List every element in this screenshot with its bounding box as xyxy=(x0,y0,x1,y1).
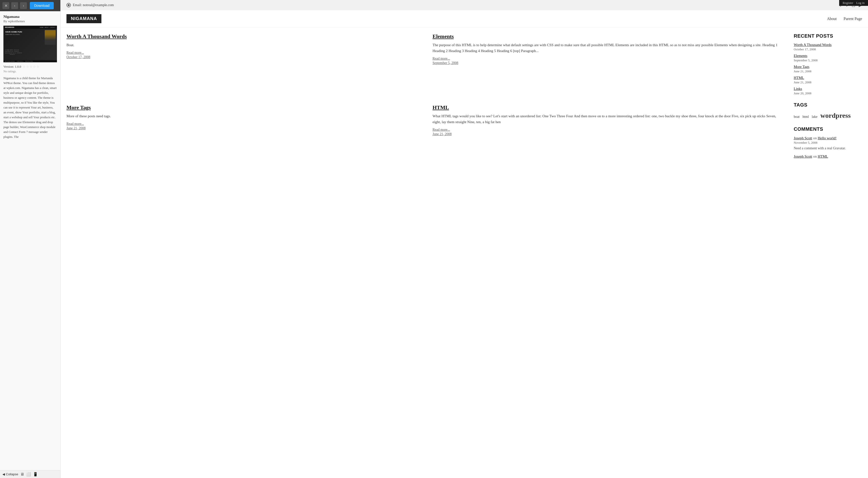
comment-author-link[interactable]: Joseph Scott xyxy=(794,136,812,140)
tag-boat[interactable]: boat xyxy=(794,115,800,119)
tags-section: TAGS boat html lake wordpress xyxy=(794,102,862,120)
comment-post-link[interactable]: Hello world! xyxy=(818,136,836,140)
read-more-link[interactable]: Read more... xyxy=(433,57,784,61)
tablet-icon[interactable]: ⬜ xyxy=(26,472,31,477)
comment-post-link[interactable]: HTML xyxy=(818,154,828,158)
email-notice: Email: notreal@example.com xyxy=(73,3,114,7)
top-notice: Email: notreal@example.com 𝔽 ♪ ◻ ▶ xyxy=(61,0,868,10)
recent-post-item: Worth A Thousand Words October 17, 2008 xyxy=(794,43,862,51)
site-logo: NIGAMANA xyxy=(66,14,101,23)
tag-wordpress[interactable]: wordpress xyxy=(820,112,851,120)
radio-indicator xyxy=(66,3,71,7)
login-link[interactable]: Log in xyxy=(856,1,865,5)
post-title[interactable]: HTML xyxy=(433,104,784,111)
preview-row: Polce ultnoles nunc 2024.06.11 xyxy=(5,51,22,52)
post-card: Worth A Thousand Words Boat. Read more..… xyxy=(66,33,418,95)
panel-toolbar: ✕ ‹ › Download xyxy=(0,0,60,11)
post-date[interactable]: October 17, 2008 xyxy=(66,55,418,59)
bottom-bar: ◀ Collapse 🖥 ⬜ 📱 xyxy=(0,470,60,478)
star-5[interactable]: ☆ xyxy=(36,65,39,69)
collapse-label: Collapse xyxy=(6,472,18,476)
version-text: Version: 1.0.0 xyxy=(3,65,21,69)
recent-posts-title: RECENT POSTS xyxy=(794,33,862,39)
register-link[interactable]: Register xyxy=(843,1,853,5)
post-date[interactable]: September 5, 2008 xyxy=(433,61,784,65)
recent-post-date: June 21, 2008 xyxy=(794,81,862,84)
recent-post-date: September 5, 2008 xyxy=(794,58,862,62)
read-more-link[interactable]: Read more... xyxy=(66,51,418,55)
nav-about[interactable]: About xyxy=(827,17,837,21)
sidebar: RECENT POSTS Worth A Thousand Words Octo… xyxy=(794,33,862,165)
comment-on: on xyxy=(813,136,818,140)
theme-name: Nigamana xyxy=(3,15,57,19)
recent-post-link[interactable]: HTML xyxy=(794,76,862,80)
main-content: Email: notreal@example.com 𝔽 ♪ ◻ ▶ NIGAM… xyxy=(61,0,868,478)
recent-posts-section: RECENT POSTS Worth A Thousand Words Octo… xyxy=(794,33,862,95)
preview-nav-item: CONTACT xyxy=(50,27,56,28)
tags-container: boat html lake wordpress xyxy=(794,112,862,120)
post-date[interactable]: June 21, 2008 xyxy=(433,132,784,136)
post-card: HTML What HTML tags would you like to se… xyxy=(433,104,784,166)
post-title[interactable]: More Tags xyxy=(66,104,418,111)
preview-bottom-item: NEW SOLUTION xyxy=(25,61,33,62)
star-4[interactable]: ☆ xyxy=(33,65,36,69)
version-row: Version: 1.0.0 ☆ ☆ ☆ ☆ ☆ xyxy=(3,65,57,69)
tag-lake[interactable]: lake xyxy=(812,115,817,119)
site-header: Email: notreal@example.com 𝔽 ♪ ◻ ▶ NIGAM… xyxy=(61,0,868,27)
preview-logo: NIGAMANA xyxy=(5,26,14,28)
recent-post-date: June 21, 2008 xyxy=(794,69,862,73)
recent-post-link[interactable]: Worth A Thousand Words xyxy=(794,43,862,47)
comment-item: Joseph Scott on HTML xyxy=(794,154,862,159)
comments-title: COMMENTS xyxy=(794,126,862,132)
posts-grid: Worth A Thousand Words Boat. Read more..… xyxy=(66,33,784,165)
close-button[interactable]: ✕ xyxy=(2,2,9,9)
comment-date: November 5, 2008 xyxy=(794,141,862,145)
preview-bottom-item: SOME SKILLS xyxy=(17,61,23,62)
nav-parent-page[interactable]: Parent Page xyxy=(843,17,862,21)
preview-person xyxy=(45,30,56,45)
recent-post-date: June 20, 2008 xyxy=(794,91,862,95)
left-panel: ✕ ‹ › Download Nigamana By wpkoithemes N… xyxy=(0,0,61,478)
comments-section: COMMENTS Joseph Scott on Hello world! No… xyxy=(794,126,862,159)
forward-button[interactable]: › xyxy=(20,2,27,9)
star-2[interactable]: ☆ xyxy=(26,65,29,69)
desktop-icon[interactable]: 🖥 xyxy=(20,472,24,477)
site-nav-links: About Parent Page xyxy=(827,17,862,21)
preview-nav-item: ABOUT xyxy=(44,27,49,28)
panel-content: Nigamana By wpkoithemes NIGAMANA HOME AB… xyxy=(0,11,60,470)
theme-preview: NIGAMANA HOME ABOUT CONTACT HAVE SOME FU… xyxy=(3,26,57,62)
comment-item: Joseph Scott on Hello world! November 5,… xyxy=(794,136,862,151)
recent-post-link[interactable]: Elements xyxy=(794,54,862,58)
comment-author-link[interactable]: Joseph Scott xyxy=(794,154,812,158)
content-area: Worth A Thousand Words Boat. Read more..… xyxy=(61,27,868,171)
collapse-button[interactable]: ◀ Collapse xyxy=(2,472,18,476)
star-rating[interactable]: ☆ ☆ ☆ ☆ ☆ xyxy=(23,65,39,69)
post-card: More Tags More of these posts need tags.… xyxy=(66,104,418,166)
preview-row: 2024.09.13 xyxy=(5,54,22,55)
read-more-link[interactable]: Read more... xyxy=(433,128,784,132)
star-3[interactable]: ☆ xyxy=(30,65,32,69)
recent-post-link[interactable]: More Tags xyxy=(794,65,862,69)
recent-post-item: More Tags June 21, 2008 xyxy=(794,65,862,73)
post-excerpt: The purpose of this HTML is to help dete… xyxy=(433,42,784,54)
back-button[interactable]: ‹ xyxy=(11,2,18,9)
post-title[interactable]: Worth A Thousand Words xyxy=(66,33,418,40)
chevron-left-icon: ◀ xyxy=(2,472,5,476)
star-1[interactable]: ☆ xyxy=(23,65,26,69)
read-more-link[interactable]: Read more... xyxy=(66,122,418,126)
post-title[interactable]: Elements xyxy=(433,33,784,40)
site-nav: NIGAMANA About Parent Page xyxy=(61,10,868,27)
tags-title: TAGS xyxy=(794,102,862,108)
tag-html[interactable]: html xyxy=(803,115,809,119)
recent-post-link[interactable]: Links xyxy=(794,87,862,91)
recent-post-date: October 17, 2008 xyxy=(794,47,862,51)
radio-dot xyxy=(68,4,70,6)
theme-author: By wpkoithemes xyxy=(3,19,57,23)
recent-post-item: Elements September 5, 2008 xyxy=(794,54,862,62)
mobile-icon[interactable]: 📱 xyxy=(33,472,38,477)
preview-nav-item: HOME xyxy=(40,27,43,28)
download-button[interactable]: Download xyxy=(30,2,54,9)
post-date[interactable]: June 21, 2008 xyxy=(66,126,418,130)
comment-text: Need a comment with a real Gravatar. xyxy=(794,146,862,151)
post-excerpt: More of these posts need tags. xyxy=(66,113,418,119)
